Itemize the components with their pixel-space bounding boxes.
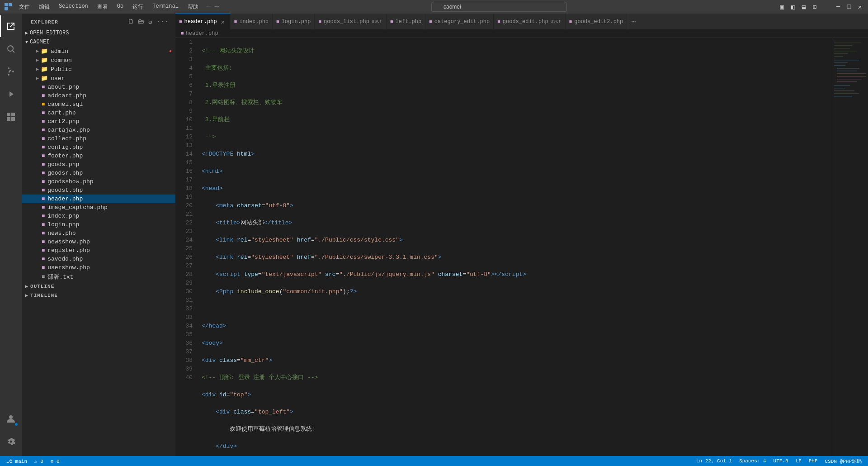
status-csdn[interactable]: CSDN @PHP源码	[823, 458, 863, 465]
menu-view[interactable]: 查看	[94, 2, 112, 12]
run-activity-icon[interactable]	[0, 83, 22, 105]
nav-back-button[interactable]: ←	[206, 3, 212, 11]
folder-common[interactable]: ▶ 📁 common	[22, 56, 175, 65]
file-newsshow-php[interactable]: ■ newsshow.php	[22, 238, 175, 246]
file-config-php[interactable]: ■ config.php	[22, 143, 175, 152]
tab-category-edit-php[interactable]: ■ category_edit.php	[425, 14, 494, 29]
file-goodst-php[interactable]: ■ goodst.php	[22, 186, 175, 195]
file-news-php-icon: ■	[42, 230, 45, 237]
menu-edit[interactable]: 编辑	[35, 2, 53, 12]
status-errors[interactable]: ⊗ 0	[49, 458, 61, 464]
more-actions-icon[interactable]: ···	[156, 17, 170, 27]
timeline-section[interactable]: ▶ TIMELINE	[22, 291, 175, 300]
nav-forward-button[interactable]: →	[213, 3, 220, 11]
file-header-php[interactable]: ■ header.php	[22, 195, 175, 203]
open-editors-section[interactable]: ▶ OPEN EDITORS	[22, 29, 175, 38]
new-file-icon[interactable]: 🗋	[127, 17, 135, 27]
file-addcart-php-label: addcart.php	[47, 92, 86, 99]
search-input[interactable]	[431, 2, 567, 12]
new-folder-icon[interactable]: 🗁	[137, 17, 146, 27]
status-warnings[interactable]: ⚠ 0	[33, 458, 45, 464]
file-goodst-php-icon: ■	[42, 187, 45, 194]
menu-terminal[interactable]: Terminal	[149, 2, 182, 12]
settings-activity-icon[interactable]	[0, 431, 22, 452]
file-news-php[interactable]: ■ news.php	[22, 229, 175, 238]
tab-index-php[interactable]: ■ index.php	[231, 14, 273, 29]
menu-go[interactable]: Go	[113, 2, 127, 12]
file-login-php[interactable]: ■ login.php	[22, 220, 175, 229]
source-control-activity-icon[interactable]	[0, 61, 22, 82]
tab-left-php[interactable]: ■ left.php	[387, 14, 425, 29]
file-goodsr-php-label: goodsr.php	[47, 170, 83, 176]
tab-goods-edit-php[interactable]: ■ goods_edit.php user	[494, 14, 565, 29]
folder-user[interactable]: ▶ 📁 user	[22, 74, 175, 83]
menu-help[interactable]: 帮助	[184, 2, 202, 12]
caomei-section[interactable]: ▼ CAOMEI	[22, 38, 175, 47]
minimize-button[interactable]: ─	[835, 3, 842, 10]
close-button[interactable]: ✕	[856, 3, 863, 10]
file-newsshow-php-icon: ■	[42, 239, 45, 245]
outline-section[interactable]: ▶ OUTLINE	[22, 282, 175, 291]
editor-main[interactable]: 1 2 3 4 5 6 7 8 9 10 11 12 13	[175, 38, 832, 456]
account-activity-icon[interactable]	[0, 408, 22, 430]
status-branch[interactable]: ⎇ main	[5, 458, 29, 464]
svg-rect-3	[7, 113, 10, 116]
svg-point-1	[8, 67, 9, 69]
folder-common-chevron: ▶	[36, 57, 39, 63]
tab-goods-edit2-php[interactable]: ■ goods_edit2.php	[566, 14, 627, 29]
explorer-activity-icon[interactable]	[0, 15, 22, 37]
code-editor[interactable]: <!-- 网站头部设计 主要包括: 1.登录注册 2.网站图标、搜索栏、购物车 …	[198, 38, 832, 456]
file-index-php[interactable]: ■ index.php	[22, 212, 175, 220]
tab-header-php-close[interactable]: ✕	[219, 18, 226, 25]
menu-selection[interactable]: Selection	[55, 2, 92, 12]
file-cart2-php-label: cart2.php	[47, 118, 79, 125]
file-caomei-sql-icon: ■	[42, 101, 45, 108]
file-image-captcha-php[interactable]: ■ image_captcha.php	[22, 203, 175, 212]
status-spaces[interactable]: Spaces: 4	[737, 458, 768, 464]
layout-icon[interactable]: ⊞	[811, 3, 818, 10]
svg-rect-8	[834, 43, 861, 43]
menu-run[interactable]: 运行	[129, 2, 147, 12]
status-line-ending[interactable]: LF	[794, 458, 803, 464]
file-goodsr-php-icon: ■	[42, 170, 45, 176]
file-addcart-php[interactable]: ■ addcart.php	[22, 91, 175, 100]
file-caomei-sql[interactable]: ■ caomei.sql	[22, 100, 175, 109]
file-savedd-php[interactable]: ■ savedd.php	[22, 255, 175, 263]
extensions-activity-icon[interactable]	[0, 106, 22, 128]
file-goods-php[interactable]: ■ goods.php	[22, 160, 175, 169]
file-index-php-label: index.php	[47, 213, 79, 219]
outline-label: OUTLINE	[30, 284, 54, 289]
file-news-php-label: news.php	[47, 230, 75, 237]
svg-rect-12	[834, 53, 848, 54]
search-activity-icon[interactable]	[0, 38, 22, 60]
file-collect-php[interactable]: ■ collect.php	[22, 134, 175, 143]
folder-public-chevron: ▶	[36, 67, 39, 72]
maximize-button[interactable]: □	[845, 3, 853, 10]
panel-toggle-icon[interactable]: ⬓	[800, 3, 807, 10]
sidebar-toggle-icon[interactable]: ◧	[789, 3, 797, 10]
refresh-icon[interactable]: ↺	[147, 17, 153, 27]
file-cart-php[interactable]: ■ cart.php	[22, 109, 175, 117]
file-register-php[interactable]: ■ register.php	[22, 246, 175, 255]
status-cursor[interactable]: Ln 22, Col 1	[694, 458, 734, 464]
file-goodsshow-php[interactable]: ■ goodsshow.php	[22, 177, 175, 186]
tab-login-php[interactable]: ■ login.php	[273, 14, 315, 29]
file-goodsr-php[interactable]: ■ goodsr.php	[22, 169, 175, 177]
layout-toggle-icon[interactable]: ▣	[778, 3, 786, 10]
tab-goods-list-php[interactable]: ■ goods_list.php user	[315, 14, 386, 29]
tab-index-php-label: index.php	[239, 19, 269, 25]
svg-rect-11	[834, 51, 857, 52]
menu-file[interactable]: 文件	[15, 2, 33, 12]
folder-public[interactable]: ▶ 📁 Public	[22, 65, 175, 74]
status-language[interactable]: PHP	[807, 458, 820, 464]
file-cartajax-php[interactable]: ■ cartajax.php	[22, 126, 175, 134]
file-deploy-txt[interactable]: ≡ 部署.txt	[22, 272, 175, 282]
tabs-overflow-button[interactable]: ⋯	[627, 14, 640, 29]
file-cart2-php[interactable]: ■ cart2.php	[22, 117, 175, 126]
file-footer-php[interactable]: ■ footer.php	[22, 152, 175, 160]
status-encoding[interactable]: UTF-8	[772, 458, 790, 464]
tab-header-php[interactable]: ■ header.php ✕	[175, 14, 231, 29]
file-about-php[interactable]: ■ about.php	[22, 83, 175, 91]
file-usershow-php[interactable]: ■ usershow.php	[22, 263, 175, 272]
folder-admin[interactable]: ▶ 📁 admin ●	[22, 47, 175, 56]
